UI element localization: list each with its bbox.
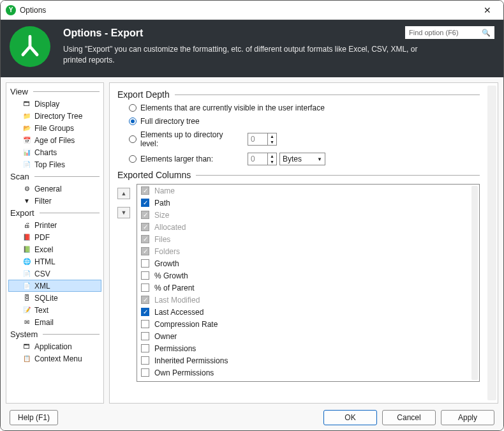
column-label: Owner — [154, 332, 177, 341]
column-row[interactable]: % of Parent — [137, 282, 479, 294]
sidebar-group-header: Export — [6, 207, 103, 219]
sidebar-item-sqlite[interactable]: 🗄SQLite — [8, 292, 101, 304]
sidebar-item-pdf[interactable]: 📕PDF — [8, 231, 101, 243]
spinner-arrows[interactable]: ▲▼ — [267, 153, 276, 165]
sidebar-item-xml[interactable]: 📄XML — [8, 280, 101, 292]
radio-larger-than[interactable]: Elements larger than: 0 ▲▼ Bytes ▼ — [129, 153, 480, 165]
sidebar-item-label: HTML — [34, 257, 56, 266]
search-placeholder: Find option (F6) — [409, 29, 482, 36]
spinner-arrows[interactable]: ▲▼ — [267, 133, 276, 145]
column-row[interactable]: Growth — [137, 257, 479, 269]
body-area: View🗔Display📁Directory Tree📂File Groups📅… — [1, 77, 503, 404]
sidebar-item-email[interactable]: ✉Email — [8, 316, 101, 328]
column-row[interactable]: ✓Files — [137, 233, 479, 245]
column-label: Last Accessed — [154, 308, 204, 317]
sidebar-item-label: Printer — [34, 221, 57, 230]
sidebar-item-label: CSV — [34, 269, 50, 278]
size-unit-select[interactable]: Bytes ▼ — [279, 153, 325, 165]
sidebar-item-label: Top Files — [34, 160, 65, 169]
close-button[interactable]: ✕ — [477, 3, 498, 17]
checkbox-icon[interactable] — [141, 332, 149, 340]
radio-upto-level[interactable]: Elements up to directory level: 0 ▲▼ — [129, 130, 480, 148]
options-window: Y Options ✕ Options - Export Using "Expo… — [0, 0, 504, 431]
checkbox-icon[interactable] — [141, 271, 149, 280]
column-row[interactable]: ✓Last Accessed — [137, 306, 479, 318]
context-icon: 📋 — [22, 354, 32, 364]
radio-label: Elements that are currently visible in t… — [140, 103, 325, 112]
sidebar-item-context-menu[interactable]: 📋Context Menu — [8, 352, 101, 365]
sidebar-item-general[interactable]: ⚙General — [8, 183, 101, 195]
sidebar-group-label: System — [10, 329, 38, 339]
checkbox-icon[interactable]: ✓ — [141, 308, 149, 316]
column-row[interactable]: ✓Path — [137, 197, 479, 209]
sidebar-item-filter[interactable]: ▼Filter — [8, 195, 101, 207]
xml-icon: 📄 — [22, 281, 32, 291]
apply-button[interactable]: Apply — [441, 410, 494, 425]
radio-visible-elements[interactable]: Elements that are currently visible in t… — [129, 103, 480, 112]
checkbox-icon[interactable] — [141, 284, 149, 292]
sidebar-item-label: PDF — [34, 233, 50, 242]
sidebar-item-file-groups[interactable]: 📂File Groups — [8, 122, 101, 134]
sidebar-group-header: Scan — [6, 170, 103, 183]
gear-icon: ⚙ — [22, 184, 32, 194]
sidebar[interactable]: View🗔Display📁Directory Tree📂File Groups📅… — [6, 82, 104, 404]
checkbox-icon[interactable] — [141, 344, 149, 352]
sidebar-item-text[interactable]: 📝Text — [8, 304, 101, 316]
checkbox-icon[interactable] — [141, 368, 149, 377]
sidebar-item-html[interactable]: 🌐HTML — [8, 255, 101, 268]
excel-icon: 📗 — [22, 245, 32, 255]
checkbox-icon[interactable] — [141, 356, 149, 365]
level-spinner[interactable]: 0 ▲▼ — [248, 133, 277, 146]
radio-full-tree[interactable]: Full directory tree — [129, 117, 480, 126]
section-exported-columns-label: Exported Columns — [117, 170, 191, 180]
help-button[interactable]: Help (F1) — [10, 410, 58, 425]
radio-label: Full directory tree — [140, 117, 200, 126]
section-export-depth-label: Export Depth — [117, 89, 170, 100]
column-row[interactable]: Inherited Permissions — [137, 354, 479, 367]
column-reorder-buttons: ▲ ▼ — [117, 188, 131, 218]
cancel-button[interactable]: Cancel — [382, 410, 436, 425]
sidebar-item-top-files[interactable]: 📄Top Files — [8, 158, 101, 170]
column-row[interactable]: ✓Folders — [137, 245, 479, 257]
column-row[interactable]: % Growth — [137, 269, 479, 282]
sidebar-item-csv[interactable]: 📄CSV — [8, 268, 101, 280]
checkbox-icon[interactable]: ✓ — [141, 199, 149, 207]
main-scrollbar[interactable] — [487, 86, 496, 400]
checkbox-icon[interactable] — [141, 320, 149, 328]
checkbox-icon[interactable] — [141, 259, 149, 268]
sidebar-item-application[interactable]: 🗔Application — [8, 340, 101, 352]
ok-button[interactable]: OK — [323, 410, 377, 425]
spinner-value: 0 — [248, 153, 267, 165]
radio-icon — [129, 135, 137, 143]
column-row[interactable]: ✓Size — [137, 209, 479, 221]
sidebar-item-label: Age of Files — [34, 136, 75, 145]
columns-scrollbar[interactable] — [471, 186, 478, 380]
column-row[interactable]: Permissions — [137, 342, 479, 354]
sidebar-item-printer[interactable]: 🖨Printer — [8, 219, 101, 231]
move-up-button[interactable]: ▲ — [117, 188, 130, 199]
sidebar-item-directory-tree[interactable]: 📁Directory Tree — [8, 110, 101, 122]
checkbox-icon: ✓ — [141, 296, 149, 304]
column-label: Path — [154, 199, 170, 208]
top-icon: 📄 — [22, 160, 32, 170]
column-row[interactable]: Owner — [137, 330, 479, 342]
column-row[interactable]: ✓Name — [137, 185, 479, 197]
column-label: Inherited Permissions — [154, 356, 228, 365]
column-label: % Growth — [154, 271, 188, 280]
columns-listbox[interactable]: ✓Name✓Path✓Size✓Allocated✓Files✓FoldersG… — [137, 184, 480, 382]
html-icon: 🌐 — [22, 257, 32, 267]
sidebar-item-charts[interactable]: 📊Charts — [8, 146, 101, 158]
sidebar-item-age-of-files[interactable]: 📅Age of Files — [8, 134, 101, 146]
size-spinner[interactable]: 0 ▲▼ — [248, 153, 277, 165]
column-row[interactable]: ✓Allocated — [137, 221, 479, 233]
sidebar-group-label: Scan — [10, 172, 29, 181]
sidebar-item-excel[interactable]: 📗Excel — [8, 243, 101, 255]
move-down-button[interactable]: ▼ — [117, 207, 130, 218]
sidebar-item-display[interactable]: 🗔Display — [8, 98, 101, 110]
column-row[interactable]: ✓Last Modified — [137, 294, 479, 306]
footer: Help (F1) OK Cancel Apply — [1, 404, 503, 430]
column-row[interactable]: Compression Rate — [137, 318, 479, 330]
search-input[interactable]: Find option (F6) 🔍 — [405, 26, 494, 39]
funnel-icon: ▼ — [22, 196, 32, 206]
column-row[interactable]: Own Permissions — [137, 367, 479, 379]
